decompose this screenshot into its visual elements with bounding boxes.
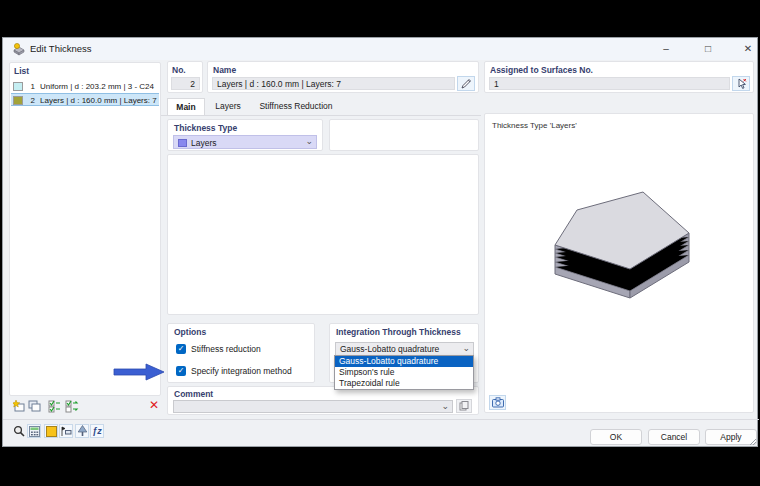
stiffness-reduction-label: Stiffness reduction [191, 344, 261, 354]
options-group: Options ✓Stiffness reduction ✓Specify in… [167, 323, 315, 383]
preview-title: Thickness Type 'Layers' [492, 121, 577, 130]
integration-combobox[interactable]: Gauss-Lobatto quadrature ⌄ [335, 342, 474, 356]
screenshot-stage: Edit Thickness – □ ✕ List 1 Uniform | d … [0, 0, 760, 486]
new-comment-button[interactable] [456, 399, 472, 413]
new-thickness-icon[interactable] [12, 399, 26, 413]
stiffness-reduction-checkbox[interactable]: ✓ [176, 344, 186, 354]
thickness-type-value: Layers [191, 138, 217, 148]
magnifier-icon[interactable] [12, 424, 26, 438]
list-item-label: Layers | d : 160.0 mm | Layers: 7 [40, 96, 157, 105]
annotation-arrow [112, 363, 166, 381]
comment-group: Comment ⌄ [167, 386, 479, 415]
select-surfaces-button[interactable] [732, 76, 750, 91]
resize-grip[interactable] [749, 438, 757, 446]
thickness-color-swatch [13, 82, 23, 91]
invert-selection-icon[interactable] [65, 399, 79, 413]
copy-thickness-icon[interactable] [27, 399, 41, 413]
specify-integration-label: Specify integration method [191, 366, 292, 376]
save-image-button[interactable] [489, 395, 506, 410]
camera-icon [492, 397, 504, 408]
preview-panel: Thickness Type 'Layers' [484, 113, 754, 413]
cancel-button[interactable]: Cancel [648, 429, 700, 445]
comment-combobox[interactable]: ⌄ [173, 400, 453, 413]
parameter-box-empty [329, 119, 479, 151]
edit-icon [461, 78, 472, 89]
tab-main[interactable]: Main [167, 98, 205, 115]
list-label: List [14, 66, 29, 76]
pick-cursor-icon [736, 78, 747, 90]
no-field: 2 [171, 77, 200, 90]
list-item[interactable]: 1 Uniform | d : 203.2 mm | 3 - C24 [11, 80, 159, 93]
chevron-down-icon: ⌄ [305, 136, 313, 146]
list-item-label: Uniform | d : 203.2 mm | 3 - C24 [40, 82, 154, 91]
dropdown-option-gauss-lobatto[interactable]: Gauss-Lobatto quadrature [335, 356, 473, 367]
display-properties-icon[interactable] [59, 424, 73, 438]
window-title: Edit Thickness [30, 43, 92, 54]
list-item-selected[interactable]: 2 Layers | d : 160.0 mm | Layers: 7 [11, 93, 159, 106]
ok-button[interactable]: OK [590, 429, 642, 445]
chevron-down-icon: ⌄ [462, 343, 470, 353]
assigned-input[interactable]: 1 [489, 77, 730, 90]
thickness-color-swatch [13, 96, 23, 105]
assigned-label: Assigned to Surfaces No. [490, 65, 593, 75]
specify-integration-row: ✓Specify integration method [176, 365, 292, 376]
list-item-number: 2 [25, 96, 35, 105]
comment-label: Comment [174, 389, 213, 399]
thickness-type-select[interactable]: Layers ⌄ [173, 135, 317, 149]
edit-name-button[interactable] [457, 76, 475, 91]
dropdown-option-simpsons[interactable]: Simpson's rule [335, 367, 473, 378]
close-button[interactable]: ✕ [737, 40, 759, 58]
titlebar[interactable]: Edit Thickness – □ ✕ [3, 38, 757, 60]
integration-label: Integration Through Thickness [336, 327, 461, 337]
integration-dropdown-list: Gauss-Lobatto quadrature Simpson's rule … [334, 355, 474, 390]
stiffness-reduction-row: ✓Stiffness reduction [176, 343, 261, 354]
minimize-button[interactable]: – [655, 40, 677, 58]
tab-stiffness-reduction[interactable]: Stiffness Reduction [251, 98, 341, 115]
options-label: Options [174, 327, 206, 337]
color-swatch-icon[interactable] [44, 424, 58, 438]
type-color-swatch [178, 139, 187, 147]
maximize-button[interactable]: □ [697, 40, 719, 58]
list-panel: List 1 Uniform | d : 203.2 mm | 3 - C24 … [9, 62, 161, 396]
integration-value: Gauss-Lobatto quadrature [340, 344, 439, 354]
no-group: No. 2 [167, 61, 203, 93]
footer-separator [3, 419, 759, 420]
tab-underline [161, 115, 481, 116]
select-all-icon[interactable] [48, 399, 62, 413]
name-input[interactable]: Layers | d : 160.0 mm | Layers: 7 [212, 77, 455, 90]
layers-preview-image [523, 186, 703, 316]
no-label: No. [172, 65, 186, 75]
assigned-group: Assigned to Surfaces No. 1 [484, 61, 754, 93]
specify-integration-checkbox[interactable]: ✓ [176, 366, 186, 376]
thickness-type-group: Thickness Type Layers ⌄ [167, 119, 323, 151]
app-icon [12, 42, 26, 56]
function-icon[interactable]: ƒz [90, 424, 104, 438]
tree-icon[interactable] [75, 424, 89, 438]
details-box-empty [167, 154, 479, 315]
calculator-icon[interactable] [27, 424, 41, 438]
tab-layers[interactable]: Layers [207, 98, 249, 115]
delete-icon[interactable]: ✕ [147, 398, 161, 412]
edit-thickness-dialog: Edit Thickness – □ ✕ List 1 Uniform | d … [2, 37, 758, 447]
chevron-down-icon: ⌄ [441, 401, 449, 411]
dropdown-option-trapezoidal[interactable]: Trapezoidal rule [335, 378, 473, 389]
name-group: Name Layers | d : 160.0 mm | Layers: 7 [207, 61, 479, 93]
thickness-type-label: Thickness Type [174, 123, 237, 133]
name-label: Name [213, 65, 236, 75]
list-item-number: 1 [25, 82, 35, 91]
note-icon [459, 401, 469, 411]
